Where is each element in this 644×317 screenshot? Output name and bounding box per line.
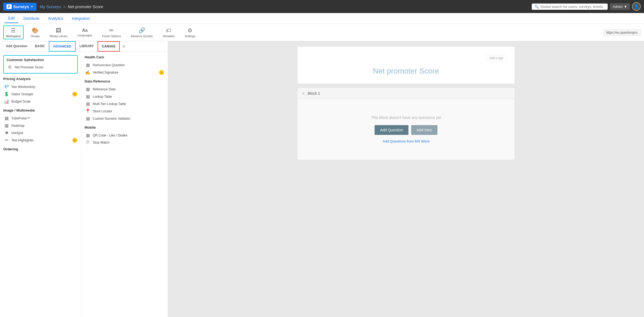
item-custom-numeric-validator[interactable]: ▦ Custom Numeric Validator: [85, 115, 165, 122]
reference-data-icon: ▦: [85, 87, 91, 92]
finish-options-icon: ✏: [109, 27, 114, 34]
stop-watch-label: Stop Watch: [93, 141, 110, 144]
languages-label: Languages: [78, 34, 92, 37]
item-stop-watch[interactable]: ⏱ Stop Watch: [85, 139, 165, 146]
tab-integration[interactable]: Integration: [68, 14, 94, 23]
toolbar-finish-options[interactable]: ✏ Finish Options: [99, 26, 124, 39]
text-highlighter-icon: ✏: [4, 138, 9, 143]
text-highlighter-label: Text Highlighter: [11, 138, 34, 142]
item-store-locator[interactable]: 📍 Store Locator: [85, 107, 165, 115]
search-box[interactable]: 🔍: [532, 4, 608, 10]
tab-add-question[interactable]: Add Question: [2, 42, 31, 51]
advance-quotas-label: Advance Quotas: [131, 34, 153, 38]
store-locator-label: Store Locator: [93, 109, 112, 113]
multi-tier-label: Multi Tier Lookup Table: [93, 102, 126, 106]
block-name: Block 1: [308, 91, 320, 96]
add-intro-button[interactable]: Add Intro: [411, 125, 437, 135]
item-reference-data[interactable]: ▦ Reference Data: [85, 85, 165, 93]
item-van-westendorp[interactable]: 💎 Van Westendorp: [3, 83, 78, 90]
toolbar-workspace[interactable]: ☰ Workspace: [3, 26, 24, 39]
hotspot-label: HotSpot: [11, 131, 23, 135]
mobile-header: Mobile: [85, 125, 165, 129]
breadcrumb: My Surveys > Net promoter Score: [40, 4, 103, 9]
admin-button[interactable]: Admin ▼: [610, 3, 630, 10]
tab-basic[interactable]: BASIC: [31, 42, 49, 51]
data-reference-header: Data Reference: [85, 79, 165, 83]
budget-scale-icon: 📊: [4, 99, 9, 104]
breadcrumb-separator: >: [63, 4, 66, 9]
qr-code-icon: ▦: [85, 133, 91, 138]
toolbar-settings[interactable]: ⚙ Settings: [182, 26, 198, 39]
add-from-ms-word-link[interactable]: Add Questions from MS Word: [383, 139, 429, 143]
verified-signature-label: Verified Signature: [93, 71, 118, 74]
multi-tier-icon: ▦: [85, 101, 91, 106]
toolbar-languages[interactable]: Aa Languages: [75, 26, 95, 39]
question-tabs: Add Question BASIC ADVANCED LIBRARY CANV…: [0, 41, 168, 52]
workspace-icon: ☰: [11, 27, 16, 34]
item-multi-tier-lookup[interactable]: ▦ Multi Tier Lookup Table: [85, 100, 165, 107]
block-actions: Add Question Add Intro: [303, 125, 509, 135]
net-promoter-score-label: Net Promoter Score: [15, 65, 43, 69]
add-question-button[interactable]: Add Question: [375, 125, 408, 135]
item-lookup-table[interactable]: ▦ Lookup Table: [85, 93, 165, 100]
search-icon: 🔍: [534, 5, 539, 9]
item-homunculus-question[interactable]: ▦ Homunculus Question: [85, 61, 165, 69]
tab-advanced[interactable]: ADVANCED: [49, 41, 76, 52]
tab-edit[interactable]: Edit: [4, 14, 18, 23]
settings-icon: ⚙: [188, 27, 192, 34]
tab-library[interactable]: LIBRARY: [76, 42, 98, 51]
survey-title: Net promoter Score: [306, 67, 506, 75]
canvas-area: Add Logo Net promoter Score ✕ Block 1 Th…: [168, 41, 644, 317]
item-hotspot[interactable]: ✱ HotSpot: [3, 129, 78, 137]
tab-analytics[interactable]: Analytics: [44, 14, 67, 23]
toolbar-advance-quotas[interactable]: 🔗 Advance Quotas: [128, 26, 155, 39]
top-bar-right: 🔍 Admin ▼ 👤: [532, 2, 641, 11]
custom-numeric-validator-label: Custom Numeric Validator: [93, 117, 130, 121]
toolbar-media-library[interactable]: 🖼 Media Library: [47, 26, 70, 39]
block-body: This block doesn't have any questions ye…: [298, 99, 514, 160]
item-tubepulse[interactable]: ▦ TubePulse™: [3, 115, 78, 122]
item-text-highlighter[interactable]: ✏ Text Highlighter !: [3, 137, 78, 144]
van-westendorp-icon: 💎: [4, 84, 9, 89]
toolbar-variables[interactable]: 🏷 Variables: [160, 26, 178, 39]
my-surveys-link[interactable]: My Surveys: [40, 4, 61, 9]
tab-distribute[interactable]: Distribute: [20, 14, 43, 23]
customer-satisfaction-title: Customer Satisfaction: [7, 58, 75, 62]
left-panel: Add Question BASIC ADVANCED LIBRARY CANV…: [0, 41, 168, 317]
surveys-button[interactable]: P Surveys ▼: [3, 3, 37, 11]
search-input[interactable]: [540, 5, 605, 9]
surveys-logo: P: [7, 4, 12, 9]
van-westendorp-label: Van Westendorp: [11, 85, 35, 89]
lookup-table-icon: ▦: [85, 94, 91, 99]
item-budget-scale[interactable]: 📊 Budget Scale: [3, 98, 78, 105]
item-net-promoter-score[interactable]: ⚙ Net Promoter Score: [7, 64, 75, 71]
item-verified-signature[interactable]: ✍ Verified Signature !: [85, 69, 165, 76]
block-card: ✕ Block 1 This block doesn't have any qu…: [298, 88, 514, 160]
heatmap-icon: ▦: [4, 123, 9, 128]
tab-canvas[interactable]: CANVAS: [98, 41, 120, 52]
settings-label: Settings: [185, 34, 195, 38]
tab-close-icon[interactable]: ✕: [121, 43, 127, 50]
collapse-icon[interactable]: ✕: [302, 91, 305, 96]
net-promoter-score-icon: ⚙: [7, 65, 12, 70]
toolbar: ☰ Workspace 🎨 Design 🖼 Media Library Aa …: [0, 24, 644, 41]
text-highlighter-badge: !: [72, 138, 77, 143]
variables-icon: 🏷: [166, 27, 171, 34]
stop-watch-icon: ⏱: [85, 140, 91, 145]
add-logo-button[interactable]: Add Logo: [487, 55, 506, 61]
item-qr-code[interactable]: ▦ QR Code - Like / Dislike: [85, 132, 165, 139]
item-heatmap[interactable]: ▦ Heatmap: [3, 122, 78, 129]
advance-quotas-icon: 🔗: [139, 27, 145, 34]
languages-icon: Aa: [82, 28, 88, 33]
item-gabor-granger[interactable]: 💲 Gabor Granger !: [3, 90, 78, 98]
block-header: ✕ Block 1: [298, 88, 514, 99]
design-label: Design: [31, 34, 40, 38]
toolbar-design[interactable]: 🎨 Design: [28, 26, 43, 39]
tubepulse-label: TubePulse™: [11, 116, 30, 120]
custom-numeric-validator-icon: ▦: [85, 116, 91, 121]
design-icon: 🎨: [32, 27, 38, 34]
user-avatar-button[interactable]: 👤: [632, 2, 641, 11]
media-library-icon: 🖼: [56, 27, 61, 34]
workspace-label: Workspace: [6, 34, 21, 38]
customer-satisfaction-section: Customer Satisfaction ⚙ Net Promoter Sco…: [3, 55, 78, 74]
